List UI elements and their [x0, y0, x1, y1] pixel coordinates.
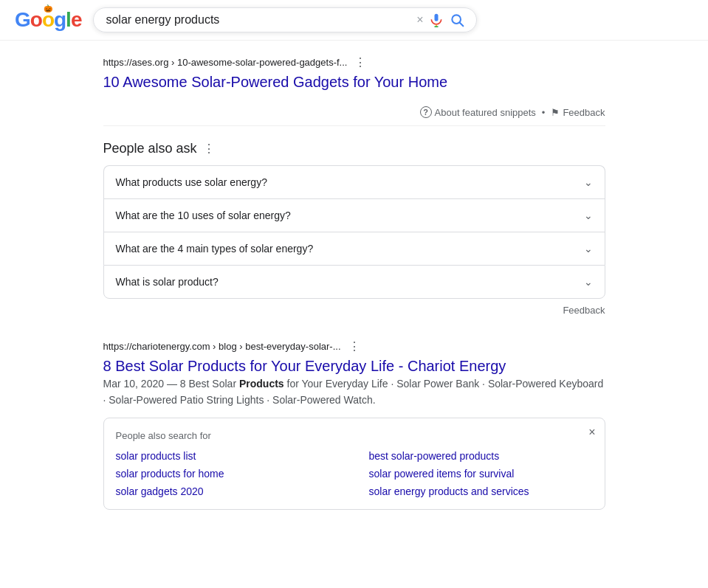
pasf-link-1[interactable]: solar products list	[116, 450, 340, 462]
snippet-dash: —	[167, 378, 180, 390]
feedback-icon: ⚑	[551, 107, 560, 118]
paa-question-4: What is solar product?	[116, 276, 219, 288]
paa-item-4[interactable]: What is solar product? ⌄	[103, 265, 605, 299]
main-content: https://ases.org › 10-awesome-solar-powe…	[59, 41, 650, 536]
paa-question-2: What are the 10 uses of solar energy?	[116, 210, 291, 221]
search-bar: ×	[93, 7, 477, 32]
question-icon: ?	[420, 106, 432, 118]
second-result-section: https://chariotenergy.com › blog › best-…	[103, 339, 605, 510]
paa-title: People also ask	[103, 141, 197, 156]
breadcrumb-text: https://ases.org › 10-awesome-solar-powe…	[103, 57, 348, 68]
header: Goo🎃gle ×	[0, 0, 708, 41]
about-featured-snippets-link[interactable]: ? About featured snippets	[420, 106, 536, 118]
svg-line-3	[460, 23, 464, 27]
chevron-down-icon-4: ⌄	[584, 276, 593, 288]
result-title: 10 Awesome Solar-Powered Gadgets for You…	[103, 72, 605, 91]
logo-letter-o1: o	[30, 8, 42, 31]
chevron-down-icon-3: ⌄	[584, 243, 593, 255]
pasf-title: People also search for	[116, 430, 593, 441]
result-options-button[interactable]: ⋮	[354, 55, 366, 69]
second-result-options-button[interactable]: ⋮	[348, 339, 360, 353]
pasf-link-2[interactable]: best solar-powered products	[369, 450, 593, 462]
second-result-title: 8 Best Solar Products for Your Everyday …	[103, 356, 605, 376]
about-snippets-label: About featured snippets	[435, 107, 536, 118]
pasf-link-3[interactable]: solar products for home	[116, 468, 340, 480]
search-input[interactable]	[106, 13, 410, 27]
result-title-link[interactable]: 10 Awesome Solar-Powered Gadgets for You…	[103, 74, 448, 90]
dot-separator: •	[542, 107, 546, 118]
logo-letter-o2: o🎃	[42, 8, 54, 31]
people-also-search-for-box: People also search for × solar products …	[103, 418, 605, 510]
second-result-title-link[interactable]: 8 Best Solar Products for Your Everyday …	[103, 358, 506, 374]
search-icon	[450, 13, 464, 27]
search-button[interactable]	[450, 13, 464, 27]
pasf-grid: solar products list best solar-powered p…	[116, 450, 593, 497]
pasf-close-button[interactable]: ×	[588, 426, 595, 439]
paa-item-1[interactable]: What products use solar energy? ⌄	[103, 165, 605, 198]
snippet-date: Mar 10, 2020	[103, 378, 165, 390]
logo-letter-l: l	[66, 8, 71, 31]
logo-letter-g2: g	[54, 8, 66, 31]
paa-feedback-link[interactable]: Feedback	[103, 299, 605, 322]
clear-button[interactable]: ×	[416, 13, 423, 27]
pasf-link-6[interactable]: solar energy products and services	[369, 485, 593, 497]
pasf-link-5[interactable]: solar gadgets 2020	[116, 485, 340, 497]
paa-header: People also ask ⋮	[103, 141, 605, 156]
paa-question-3: What are the 4 main types of solar energ…	[116, 243, 314, 255]
feedback-label: Feedback	[563, 107, 605, 118]
logo-letter-e: e	[71, 8, 82, 31]
snippet-footer: ? About featured snippets • ⚑ Feedback	[103, 99, 605, 126]
featured-snippet-result: https://ases.org › 10-awesome-solar-powe…	[103, 55, 605, 91]
snippet-bold-1: Products	[239, 378, 284, 390]
paa-item-2[interactable]: What are the 10 uses of solar energy? ⌄	[103, 198, 605, 232]
feedback-link-snippet[interactable]: ⚑ Feedback	[551, 107, 605, 118]
pasf-link-4[interactable]: solar powered items for survival	[369, 468, 593, 480]
breadcrumb: https://ases.org › 10-awesome-solar-powe…	[103, 55, 605, 69]
second-result-snippet: Mar 10, 2020 — 8 Best Solar Products for…	[103, 376, 605, 409]
paa-menu-button[interactable]: ⋮	[203, 142, 215, 156]
chevron-down-icon-1: ⌄	[584, 176, 593, 188]
google-logo: Goo🎃gle	[15, 10, 81, 30]
paa-item-3[interactable]: What are the 4 main types of solar energ…	[103, 232, 605, 265]
second-breadcrumb-text: https://chariotenergy.com › blog › best-…	[103, 341, 341, 352]
snippet-text-1: 8 Best Solar	[180, 378, 236, 390]
people-also-ask-section: People also ask ⋮ What products use sola…	[103, 141, 605, 322]
logo-letter-g: G	[15, 8, 30, 31]
second-result-breadcrumb: https://chariotenergy.com › blog › best-…	[103, 339, 605, 353]
paa-question-1: What products use solar energy?	[116, 176, 267, 188]
chevron-down-icon-2: ⌄	[584, 210, 593, 221]
mic-icon[interactable]	[429, 13, 444, 27]
